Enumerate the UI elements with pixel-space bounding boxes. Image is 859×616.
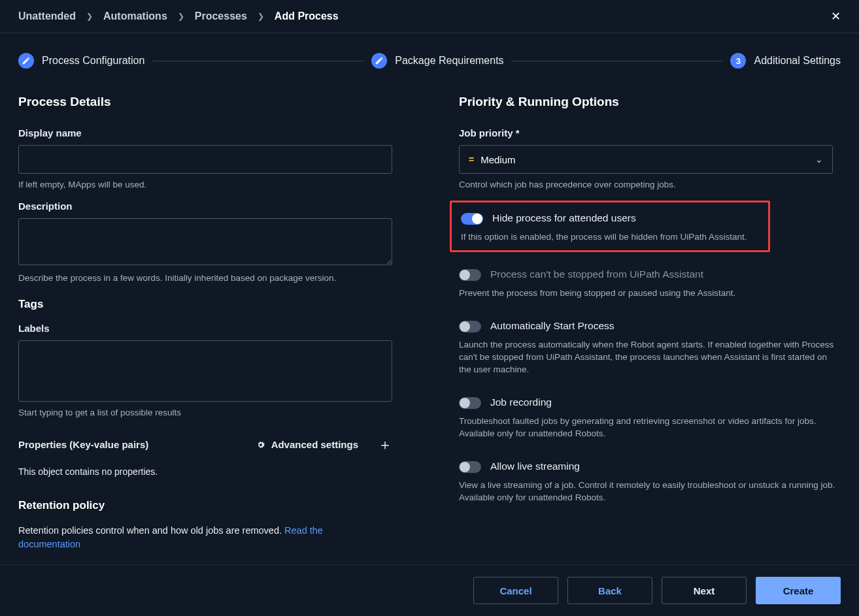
- toggle-label: Hide process for attended users: [492, 212, 636, 225]
- tags-title: Tags: [18, 298, 400, 311]
- step-package-requirements[interactable]: Package Requirements: [371, 53, 503, 69]
- step-divider: [512, 61, 723, 61]
- job-recording-toggle[interactable]: [459, 397, 481, 409]
- advanced-settings-button[interactable]: Advanced settings: [256, 439, 358, 450]
- cant-stop-toggle[interactable]: [459, 269, 481, 281]
- stepper: Process Configuration Package Requiremen…: [0, 33, 859, 95]
- close-icon[interactable]: ✕: [831, 9, 841, 24]
- step-number-badge: 3: [730, 53, 746, 69]
- add-property-button[interactable]: ＋: [378, 435, 392, 455]
- hide-process-toggle[interactable]: [461, 213, 483, 225]
- pencil-icon: [371, 53, 387, 69]
- section-title: Priority & Running Options: [459, 95, 841, 109]
- description-helper: Describe the process in a few words. Ini…: [18, 272, 400, 285]
- step-process-configuration[interactable]: Process Configuration: [18, 53, 144, 69]
- cancel-button[interactable]: Cancel: [473, 577, 558, 604]
- display-name-helper: If left empty, MApps will be used.: [18, 179, 400, 191]
- chevron-down-icon: ⌄: [815, 154, 823, 165]
- toggle-description: If this option is enabled, the process w…: [461, 231, 759, 244]
- step-label: Package Requirements: [395, 55, 503, 67]
- step-divider: [152, 61, 363, 61]
- section-title: Process Details: [18, 95, 400, 109]
- labels-input[interactable]: [18, 340, 392, 402]
- footer: Cancel Back Next Create: [0, 564, 859, 616]
- chevron-right-icon: ❯: [86, 12, 93, 21]
- labels-label: Labels: [18, 323, 400, 334]
- toggle-description: Troubleshoot faulted jobs by generating …: [459, 415, 841, 440]
- breadcrumb-item-current: Add Process: [275, 10, 339, 22]
- properties-title: Properties (Key-value pairs): [18, 439, 256, 450]
- create-button[interactable]: Create: [756, 577, 841, 604]
- description-textarea[interactable]: [18, 218, 392, 265]
- breadcrumb-item[interactable]: Unattended: [18, 10, 76, 22]
- description-label: Description: [18, 201, 400, 212]
- toggle-description: Launch the process automatically when th…: [459, 339, 841, 376]
- breadcrumb: Unattended ❯ Automations ❯ Processes ❯ A…: [0, 0, 859, 33]
- job-priority-select[interactable]: = Medium ⌄: [459, 145, 833, 174]
- priority-medium-icon: =: [469, 154, 473, 165]
- pencil-icon: [18, 53, 34, 69]
- next-button[interactable]: Next: [662, 577, 747, 604]
- chevron-right-icon: ❯: [258, 12, 264, 21]
- back-button[interactable]: Back: [567, 577, 652, 604]
- step-label: Process Configuration: [42, 55, 144, 67]
- job-priority-helper: Control which job has precedence over co…: [459, 179, 841, 191]
- live-streaming-toggle[interactable]: [459, 461, 481, 473]
- display-name-label: Display name: [18, 127, 400, 138]
- advanced-settings-label: Advanced settings: [271, 439, 358, 450]
- retention-title: Retention policy: [18, 499, 400, 512]
- breadcrumb-item[interactable]: Automations: [103, 10, 167, 22]
- auto-start-toggle[interactable]: [459, 321, 481, 332]
- labels-helper: Start typing to get a list of possible r…: [18, 407, 400, 419]
- step-label: Additional Settings: [754, 55, 841, 67]
- breadcrumb-item[interactable]: Processes: [195, 10, 247, 22]
- toggle-description: View a live streaming of a job. Control …: [459, 479, 841, 504]
- toggle-label: Process can't be stopped from UiPath Ass…: [490, 268, 703, 281]
- process-details-column: Process Details Display name If left emp…: [18, 95, 400, 552]
- toggle-label: Automatically Start Process: [490, 319, 615, 332]
- toggle-description: Prevent the process from being stopped o…: [459, 287, 841, 300]
- display-name-input[interactable]: [18, 145, 392, 174]
- step-additional-settings[interactable]: 3 Additional Settings: [730, 53, 841, 69]
- chevron-right-icon: ❯: [178, 12, 184, 21]
- toggle-label: Allow live streaming: [490, 460, 580, 473]
- priority-options-column: Priority & Running Options Job priority …: [459, 95, 841, 552]
- highlighted-option: Hide process for attended users If this …: [450, 201, 770, 252]
- toggle-label: Job recording: [490, 396, 552, 409]
- no-properties-text: This object contains no properties.: [18, 466, 400, 477]
- job-priority-label: Job priority *: [459, 127, 841, 138]
- retention-description: Retention policies control when and how …: [18, 524, 384, 552]
- gear-icon: [256, 440, 266, 450]
- job-priority-value: Medium: [480, 154, 515, 165]
